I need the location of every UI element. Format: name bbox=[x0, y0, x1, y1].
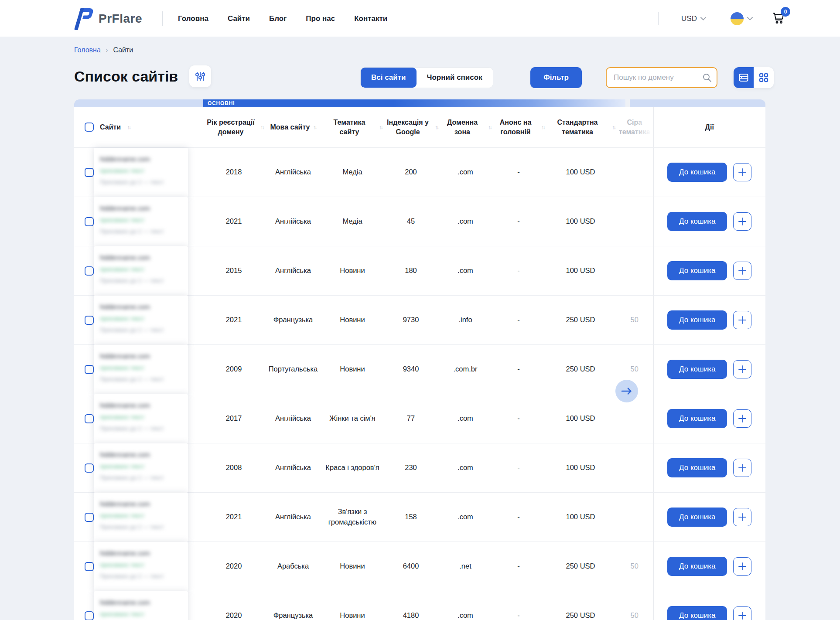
cell-language: Французька bbox=[264, 295, 322, 344]
column-header-year: Рік реєстрації домену bbox=[204, 118, 257, 136]
nav-contacts[interactable]: Контакти bbox=[354, 14, 387, 23]
sort-icon[interactable]: ↑↓ bbox=[379, 124, 382, 130]
nav-about[interactable]: Про нас bbox=[306, 14, 335, 23]
cell-announce: - bbox=[492, 492, 545, 542]
group-label: ОСНОВНІ bbox=[208, 100, 235, 106]
site-status-blurred: приховано текст bbox=[100, 512, 182, 520]
prflare-logo-icon bbox=[74, 7, 93, 30]
row-checkbox[interactable] bbox=[85, 316, 94, 325]
column-header-gray-price: Сіра тематика bbox=[617, 118, 652, 136]
sort-icon[interactable]: ↑↓ bbox=[435, 124, 438, 130]
site-info-card[interactable]: hiddenname.com приховано текст Приховано… bbox=[94, 148, 188, 197]
add-to-cart-button[interactable]: До кошика bbox=[667, 360, 727, 379]
site-info-card[interactable]: hiddenname.com приховано текст Приховано… bbox=[94, 197, 188, 246]
tab-blacklist[interactable]: Чорний список bbox=[417, 68, 493, 88]
brand[interactable]: PrFlare bbox=[74, 0, 142, 37]
add-plus-button[interactable] bbox=[733, 409, 751, 428]
add-to-cart-button[interactable]: До кошика bbox=[667, 606, 727, 620]
search-icon bbox=[702, 72, 712, 83]
table-row: hiddenname.com приховано текст Приховано… bbox=[74, 394, 765, 443]
sort-icon[interactable]: ↑↓ bbox=[313, 124, 316, 130]
column-settings-button[interactable] bbox=[189, 65, 211, 87]
filter-button[interactable]: Фільтр bbox=[530, 67, 582, 88]
divider bbox=[658, 12, 659, 25]
site-status-blurred: приховано текст bbox=[100, 413, 182, 422]
sort-icon[interactable]: ↑↓ bbox=[541, 124, 544, 130]
band-right-segment bbox=[630, 99, 765, 107]
add-plus-button[interactable] bbox=[733, 360, 751, 378]
row-checkbox[interactable] bbox=[85, 611, 94, 620]
row-checkbox[interactable] bbox=[85, 414, 94, 423]
add-to-cart-button[interactable]: До кошика bbox=[667, 212, 727, 231]
cell-zone: .com bbox=[439, 492, 492, 542]
divider bbox=[162, 11, 163, 26]
table-scroll-right-button[interactable] bbox=[615, 380, 638, 402]
add-to-cart-button[interactable]: До кошика bbox=[667, 163, 727, 182]
table-row: hiddenname.com приховано текст Приховано… bbox=[74, 197, 765, 246]
sort-icon[interactable]: ↑↓ bbox=[260, 124, 263, 130]
sort-icon[interactable]: ↑↓ bbox=[127, 124, 130, 130]
column-header-standard-price: Стандартна тематика bbox=[546, 118, 609, 136]
add-plus-button[interactable] bbox=[733, 508, 751, 526]
row-checkbox[interactable] bbox=[85, 513, 94, 522]
site-info-card[interactable]: hiddenname.com приховано текст Приховано… bbox=[94, 296, 188, 345]
language-selector[interactable] bbox=[731, 12, 753, 25]
add-plus-button[interactable] bbox=[733, 262, 751, 280]
search-input[interactable] bbox=[606, 67, 717, 88]
add-plus-button[interactable] bbox=[733, 212, 751, 231]
cell-announce: - bbox=[492, 394, 545, 443]
add-plus-button[interactable] bbox=[733, 557, 751, 576]
site-info-card[interactable]: hiddenname.com приховано текст Приховано… bbox=[94, 591, 188, 620]
add-plus-button[interactable] bbox=[733, 606, 751, 620]
add-plus-button[interactable] bbox=[733, 459, 751, 477]
cell-language: Англійська bbox=[264, 147, 322, 197]
cell-gray-price: 50 bbox=[631, 316, 639, 324]
cell-year: 2020 bbox=[203, 591, 264, 620]
cart-button[interactable]: 0 bbox=[772, 11, 785, 26]
add-plus-button[interactable] bbox=[733, 163, 751, 181]
cell-language: Англійська bbox=[264, 246, 322, 295]
cell-standard-price: 100 USD bbox=[545, 246, 616, 295]
row-checkbox[interactable] bbox=[85, 365, 94, 374]
add-to-cart-button[interactable]: До кошика bbox=[667, 261, 727, 280]
top-bar: PrFlare Головна Сайти Блог Про нас Конта… bbox=[0, 0, 840, 37]
add-to-cart-button[interactable]: До кошика bbox=[667, 557, 727, 576]
site-info-card[interactable]: hiddenname.com приховано текст Приховано… bbox=[94, 394, 188, 443]
nav-blog[interactable]: Блог bbox=[269, 14, 287, 23]
site-info-card[interactable]: hiddenname.com приховано текст Приховано… bbox=[94, 493, 188, 542]
tab-all-sites[interactable]: Всі сайти bbox=[361, 68, 417, 88]
row-checkbox[interactable] bbox=[85, 266, 94, 276]
cell-standard-price: 100 USD bbox=[545, 394, 616, 443]
grid-view-button[interactable] bbox=[754, 67, 774, 88]
add-to-cart-button[interactable]: До кошика bbox=[667, 458, 727, 477]
add-to-cart-button[interactable]: До кошика bbox=[667, 409, 727, 428]
site-info-card[interactable]: hiddenname.com приховано текст Приховано… bbox=[94, 345, 188, 394]
row-checkbox[interactable] bbox=[85, 463, 94, 473]
row-checkbox[interactable] bbox=[85, 562, 94, 571]
cell-gray-price: 50 bbox=[631, 611, 639, 619]
currency-selector[interactable]: USD bbox=[681, 14, 706, 23]
site-info-card[interactable]: hiddenname.com приховано текст Приховано… bbox=[94, 443, 188, 493]
breadcrumb-home-link[interactable]: Головна bbox=[74, 46, 101, 54]
nav-sites[interactable]: Сайти bbox=[228, 14, 250, 23]
main-nav: Головна Сайти Блог Про нас Контакти bbox=[178, 0, 387, 37]
cell-language: Англійська bbox=[264, 394, 322, 443]
add-plus-button[interactable] bbox=[733, 311, 751, 329]
table-body: hiddenname.com приховано текст Приховано… bbox=[74, 147, 765, 620]
select-all-checkbox[interactable] bbox=[85, 123, 94, 132]
row-checkbox[interactable] bbox=[85, 217, 94, 226]
cell-standard-price: 100 USD bbox=[545, 443, 616, 492]
site-info-card[interactable]: hiddenname.com приховано текст Приховано… bbox=[94, 246, 188, 296]
row-checkbox[interactable] bbox=[85, 168, 94, 177]
sort-icon[interactable]: ↑↓ bbox=[612, 124, 615, 130]
list-type-toggle: Всі сайти Чорний список bbox=[360, 67, 493, 88]
nav-home[interactable]: Головна bbox=[178, 14, 208, 23]
table-view-button[interactable] bbox=[734, 67, 754, 88]
add-to-cart-button[interactable]: До кошика bbox=[667, 310, 727, 330]
site-info-card[interactable]: hiddenname.com приховано текст Приховано… bbox=[94, 542, 188, 591]
column-header-indexation: Індексація у Google bbox=[384, 118, 432, 136]
cell-announce: - bbox=[492, 542, 545, 591]
add-to-cart-button[interactable]: До кошика bbox=[667, 508, 727, 527]
sort-icon[interactable]: ↑↓ bbox=[488, 124, 491, 130]
site-status-blurred: приховано текст bbox=[100, 364, 182, 372]
